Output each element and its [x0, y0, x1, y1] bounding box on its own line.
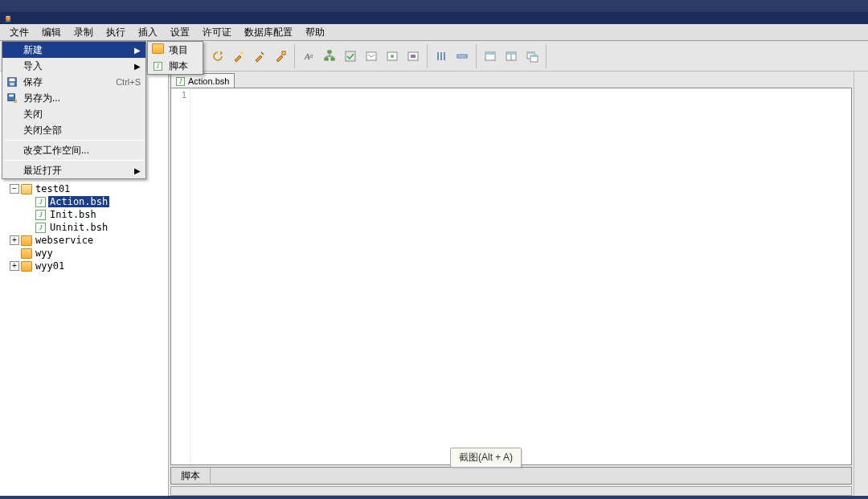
code-textarea[interactable] [190, 88, 851, 464]
menu-item-label: 新建 [23, 43, 131, 57]
tree-node-wyy01[interactable]: + wyy01 [2, 260, 166, 272]
tree-expand-icon[interactable]: + [10, 235, 19, 245]
toolbar-brush3-icon[interactable] [270, 46, 291, 67]
tree-label: wyy01 [34, 260, 66, 272]
file-menu-recent[interactable]: 最近打开 ▶ [2, 162, 145, 178]
tree-node-test01[interactable]: − test01 [2, 182, 166, 195]
file-menu-closeall[interactable]: 关闭全部 [2, 122, 145, 138]
submenu-arrow-icon: ▶ [134, 166, 141, 175]
menu-item-label: 最近打开 [23, 164, 131, 178]
toolbar-brush2-icon[interactable] [249, 46, 270, 67]
file-menu-change-workspace[interactable]: 改变工作空间... [2, 142, 145, 158]
tree-collapse-icon[interactable]: − [10, 184, 19, 194]
tree-node-action-bsh[interactable]: J Action.bsh [2, 195, 166, 208]
line-number: 1 [171, 90, 186, 100]
main-editor-area: J Action.bsh 1 脚本 [169, 72, 854, 496]
toolbar-tree-icon[interactable] [319, 46, 340, 67]
menu-item-label: 另存为... [23, 92, 141, 105]
java-cup-icon [3, 14, 13, 23]
menu-license[interactable]: 许可证 [196, 24, 238, 41]
menu-item-label: 关闭 [23, 108, 141, 121]
editor-tabs: J Action.bsh [169, 72, 854, 88]
new-submenu-popup: 项目 J 脚本 [147, 41, 203, 75]
svg-rect-2 [282, 51, 285, 55]
toolbar-refresh-icon[interactable] [207, 46, 228, 67]
menu-separator [4, 140, 144, 141]
toolbar-win1-icon[interactable] [480, 46, 501, 67]
tree-node-init-bsh[interactable]: J Init.bsh [2, 208, 166, 221]
svg-rect-23 [10, 83, 14, 86]
menu-item-label: 改变工作空间... [23, 144, 141, 157]
file-menu-saveas[interactable]: 另存为... [2, 90, 145, 106]
menu-help[interactable]: 帮助 [299, 24, 331, 41]
menu-settings[interactable]: 设置 [164, 24, 196, 41]
tree-label: Action.bsh [48, 196, 109, 207]
folder-open-icon [21, 183, 32, 194]
new-script[interactable]: J 脚本 [148, 58, 203, 74]
svg-point-9 [391, 55, 394, 58]
svg-rect-4 [325, 58, 328, 60]
toolbar-win3-icon[interactable] [522, 46, 542, 67]
menu-record[interactable]: 录制 [68, 24, 100, 41]
svg-rect-20 [530, 55, 538, 57]
folder-icon [21, 235, 32, 246]
tree-node-uninit-bsh[interactable]: J Uninit.bsh [2, 221, 166, 234]
submenu-arrow-icon: ▶ [134, 62, 141, 71]
toolbar-win2-icon[interactable] [501, 46, 522, 67]
svg-rect-7 [366, 52, 376, 60]
script-file-icon: J [35, 222, 47, 233]
tree-label: test01 [34, 183, 72, 194]
svg-rect-16 [506, 52, 516, 55]
tree-label: Uninit.bsh [48, 222, 109, 233]
folder-icon [21, 247, 32, 259]
menu-item-label: 脚本 [169, 59, 198, 73]
menu-item-label: 关闭全部 [23, 124, 141, 137]
script-file-icon: J [35, 209, 47, 220]
tree-node-wyy[interactable]: wyy [2, 247, 166, 260]
menu-item-label: 保存 [23, 76, 113, 89]
toolbar-line-icon[interactable] [452, 46, 473, 67]
toolbar-bars-icon[interactable] [431, 46, 452, 67]
line-gutter: 1 [171, 88, 190, 464]
editor-tab-action-bsh[interactable]: J Action.bsh [170, 73, 235, 88]
tree-node-webservice[interactable]: + webservice [2, 234, 166, 247]
svg-rect-22 [10, 79, 15, 82]
svg-rect-11 [411, 55, 416, 58]
file-menu-save[interactable]: 保存 Ctrl+S [2, 74, 145, 90]
menu-insert[interactable]: 插入 [132, 24, 164, 41]
menu-dbconfig[interactable]: 数据库配置 [238, 24, 299, 41]
file-menu-new[interactable]: 新建 ▶ [2, 42, 145, 58]
toolbar-box2-icon[interactable] [382, 46, 403, 67]
tree-expand-icon[interactable]: + [10, 261, 19, 271]
vertical-scrollbar[interactable] [854, 72, 868, 496]
bottom-tabs: 脚本 [170, 467, 852, 485]
tree-label: wyy [34, 247, 55, 259]
svg-rect-18 [527, 52, 534, 54]
svg-rect-5 [331, 58, 334, 60]
menu-item-label: 项目 [169, 43, 198, 57]
file-menu-popup: 新建 ▶ 导入 ▶ 保存 Ctrl+S 另存为... 关闭 关闭全部 改变工作空… [2, 41, 146, 179]
toolbar-box3-icon[interactable] [403, 46, 424, 67]
saveas-icon [4, 92, 20, 104]
file-menu-close[interactable]: 关闭 [2, 106, 145, 122]
toolbar-box1-icon[interactable] [361, 46, 382, 67]
menu-edit[interactable]: 编辑 [35, 24, 68, 41]
svg-point-1 [240, 51, 244, 55]
svg-rect-25 [10, 95, 14, 97]
file-menu-import[interactable]: 导入 ▶ [2, 58, 145, 74]
toolbar-brush1-icon[interactable] [228, 46, 249, 67]
svg-point-0 [6, 16, 10, 18]
tree-label: Init.bsh [48, 209, 98, 220]
toolbar-text-icon[interactable]: Aa [298, 46, 319, 67]
toolbar-check-icon[interactable] [340, 46, 361, 67]
svg-rect-3 [328, 51, 331, 53]
menu-file[interactable]: 文件 [3, 24, 35, 41]
new-project[interactable]: 项目 [148, 42, 203, 58]
window-titlebar [0, 0, 868, 12]
bottom-tab-script[interactable]: 脚本 [171, 468, 211, 484]
script-file-icon: J [35, 196, 47, 207]
svg-rect-14 [485, 52, 495, 55]
menu-separator [4, 160, 144, 161]
menu-run[interactable]: 执行 [100, 24, 132, 41]
code-editor[interactable]: 1 [170, 88, 852, 465]
